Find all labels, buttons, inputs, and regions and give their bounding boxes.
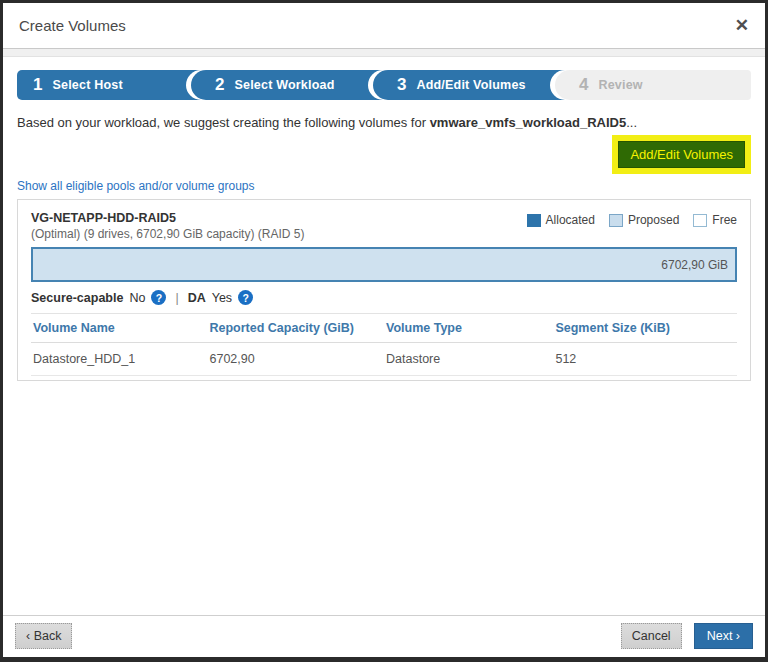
cell-volume-type: Datastore bbox=[384, 343, 553, 376]
footer-right-buttons: Cancel Next › bbox=[621, 623, 753, 649]
capacity-legend: Allocated Proposed Free bbox=[527, 211, 737, 227]
workload-suggestion-text: Based on your workload, we suggest creat… bbox=[17, 115, 751, 130]
step-number: 3 bbox=[397, 75, 406, 95]
step-label: Add/Edit Volumes bbox=[416, 78, 525, 92]
pool-title-block: VG-NETAPP-HDD-RAID5 (Optimal) (9 drives,… bbox=[31, 211, 304, 241]
column-header-volume-name[interactable]: Volume Name bbox=[31, 314, 208, 343]
header-divider bbox=[3, 49, 765, 57]
step-label: Review bbox=[598, 78, 642, 92]
next-button[interactable]: Next › bbox=[694, 623, 753, 649]
proposed-swatch-icon bbox=[609, 214, 623, 227]
column-header-segment-size[interactable]: Segment Size (KiB) bbox=[553, 314, 737, 343]
pool-attributes-row: Secure-capable No ? | DA Yes ? bbox=[31, 290, 737, 305]
add-edit-volumes-highlight: Add/Edit Volumes bbox=[612, 135, 751, 174]
dialog-body: 1 Select Host 2 Select Workload 3 Add/Ed… bbox=[3, 57, 765, 615]
step-number: 1 bbox=[33, 75, 42, 95]
legend-allocated: Allocated bbox=[527, 213, 595, 227]
free-swatch-icon bbox=[693, 214, 707, 227]
dialog-header: Create Volumes ✕ bbox=[3, 3, 765, 49]
step-select-workload[interactable]: 2 Select Workload bbox=[191, 70, 387, 100]
cell-reported-capacity: 6702,90 bbox=[208, 343, 385, 376]
pool-name: VG-NETAPP-HDD-RAID5 bbox=[31, 211, 304, 225]
column-header-volume-type[interactable]: Volume Type bbox=[384, 314, 553, 343]
legend-proposed: Proposed bbox=[609, 213, 679, 227]
da-label: DA bbox=[188, 291, 206, 305]
legend-free: Free bbox=[693, 213, 737, 227]
legend-label: Free bbox=[712, 213, 737, 227]
close-icon[interactable]: ✕ bbox=[735, 17, 749, 34]
secure-capable-value: No bbox=[129, 291, 145, 305]
capacity-bar: 6702,90 GiB bbox=[31, 247, 737, 282]
volume-group-panel: VG-NETAPP-HDD-RAID5 (Optimal) (9 drives,… bbox=[17, 199, 751, 381]
step-review: 4 Review bbox=[555, 70, 751, 100]
cell-segment-size: 512 bbox=[553, 343, 737, 376]
da-help-icon[interactable]: ? bbox=[238, 290, 253, 305]
step-add-edit-volumes[interactable]: 3 Add/Edit Volumes bbox=[373, 70, 569, 100]
capacity-bar-value: 6702,90 GiB bbox=[661, 258, 728, 272]
allocated-swatch-icon bbox=[527, 214, 541, 227]
step-label: Select Workload bbox=[234, 78, 334, 92]
workload-name: vmware_vmfs_workload_RAID5 bbox=[430, 115, 627, 130]
legend-label: Proposed bbox=[628, 213, 679, 227]
legend-label: Allocated bbox=[546, 213, 595, 227]
volumes-table: Volume Name Reported Capacity (GiB) Volu… bbox=[31, 313, 737, 376]
step-number: 4 bbox=[579, 75, 588, 95]
da-value: Yes bbox=[212, 291, 232, 305]
secure-capable-help-icon[interactable]: ? bbox=[151, 290, 166, 305]
wizard-steps: 1 Select Host 2 Select Workload 3 Add/Ed… bbox=[17, 70, 751, 100]
secure-capable-label: Secure-capable bbox=[31, 291, 123, 305]
pool-header: VG-NETAPP-HDD-RAID5 (Optimal) (9 drives,… bbox=[31, 211, 737, 241]
back-button[interactable]: ‹ Back bbox=[15, 623, 72, 649]
add-edit-volumes-button[interactable]: Add/Edit Volumes bbox=[618, 141, 745, 168]
action-row: Add/Edit Volumes bbox=[17, 135, 751, 174]
suggestion-prefix: Based on your workload, we suggest creat… bbox=[17, 115, 430, 130]
cell-volume-name: Datastore_HDD_1 bbox=[31, 343, 208, 376]
table-row: Datastore_HDD_1 6702,90 Datastore 512 bbox=[31, 343, 737, 376]
show-all-pools-link[interactable]: Show all eligible pools and/or volume gr… bbox=[17, 179, 751, 193]
dialog-footer: ‹ Back Cancel Next › bbox=[3, 615, 765, 657]
table-header-row: Volume Name Reported Capacity (GiB) Volu… bbox=[31, 314, 737, 343]
attribute-separator: | bbox=[175, 291, 178, 305]
cancel-button[interactable]: Cancel bbox=[621, 623, 682, 649]
step-number: 2 bbox=[215, 75, 224, 95]
pool-details: (Optimal) (9 drives, 6702,90 GiB capacit… bbox=[31, 227, 304, 241]
page-title: Create Volumes bbox=[19, 17, 126, 34]
column-header-reported-capacity[interactable]: Reported Capacity (GiB) bbox=[208, 314, 385, 343]
suggestion-suffix: ... bbox=[626, 115, 637, 130]
create-volumes-dialog: Create Volumes ✕ 1 Select Host 2 Select … bbox=[0, 0, 768, 662]
step-select-host[interactable]: 1 Select Host bbox=[17, 70, 205, 100]
step-label: Select Host bbox=[52, 78, 122, 92]
